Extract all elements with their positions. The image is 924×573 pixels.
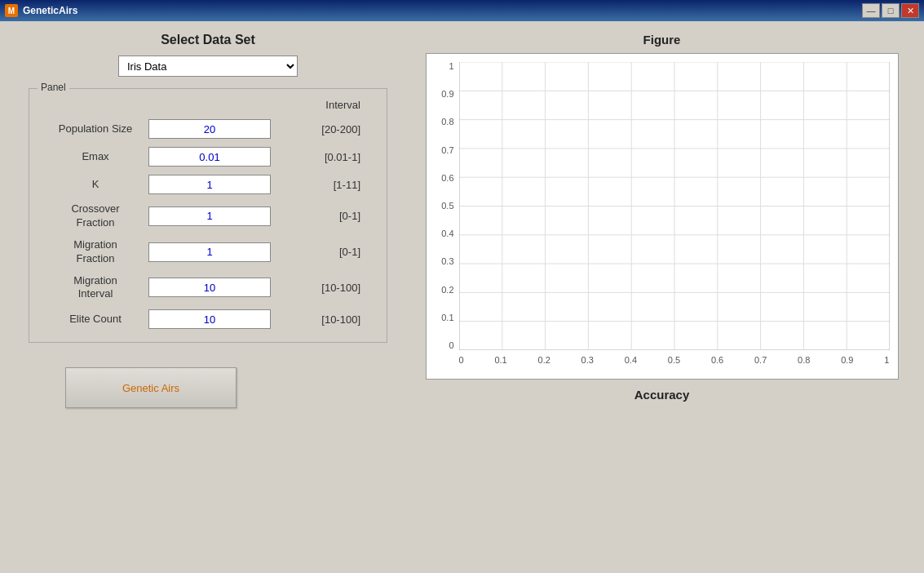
maximize-button[interactable]: □ <box>882 3 900 18</box>
param-label-migration-interval: MigrationInterval <box>42 274 148 302</box>
right-panel: Figure 1 0.9 0.8 0.7 0.6 0.5 0.4 0.3 0.2… <box>416 33 908 562</box>
chart-svg <box>459 62 890 350</box>
app-title: GeneticAirs <box>23 5 77 16</box>
main-content: Select Data Set Iris Data Panel Interval… <box>0 21 924 573</box>
y-axis: 1 0.9 0.8 0.7 0.6 0.5 0.4 0.3 0.2 0.1 0 <box>427 62 458 350</box>
param-input-migration-fraction[interactable] <box>148 242 271 262</box>
x-label-01: 0.1 <box>494 356 506 365</box>
param-input-emax[interactable] <box>148 147 271 167</box>
param-label-elite-count: Elite Count <box>42 313 148 326</box>
interval-header: Interval <box>279 99 360 111</box>
figure-title: Figure <box>643 33 681 47</box>
title-bar-left: M GeneticAirs <box>5 4 77 17</box>
chart-container: 1 0.9 0.8 0.7 0.6 0.5 0.4 0.3 0.2 0.1 0 <box>426 53 899 380</box>
param-interval-migration-fraction: [0-1] <box>279 246 360 258</box>
y-label-01: 0.1 <box>441 313 453 322</box>
x-label-0: 0 <box>459 356 464 365</box>
dropdown-container: Iris Data <box>118 56 298 77</box>
param-label-population-size: Population Size <box>42 122 148 136</box>
param-label-migration-fraction: MigrationFraction <box>42 238 148 266</box>
param-input-k[interactable] <box>148 175 271 194</box>
x-label-08: 0.8 <box>798 356 810 365</box>
top-section: Select Data Set Iris Data Panel Interval… <box>16 33 908 562</box>
x-axis: 0 0.1 0.2 0.3 0.4 0.5 0.6 0.7 0.8 0.9 1 <box>459 353 890 377</box>
param-interval-elite-count: [10-100] <box>279 313 360 326</box>
y-label-1: 1 <box>449 62 453 71</box>
x-label-03: 0.3 <box>581 356 594 365</box>
y-label-07: 0.7 <box>441 146 453 155</box>
x-label-1: 1 <box>884 356 889 365</box>
dataset-select[interactable]: Iris Data <box>118 56 298 77</box>
param-input-migration-interval[interactable] <box>148 278 271 297</box>
genetic-airs-button[interactable]: Genetic Airs <box>65 367 237 408</box>
app-icon: M <box>5 4 18 17</box>
param-input-elite-count[interactable] <box>148 309 271 329</box>
x-label-09: 0.9 <box>841 356 853 365</box>
y-label-03: 0.3 <box>441 257 453 266</box>
param-label-crossover-fraction: CrossoverFraction <box>42 202 148 230</box>
accuracy-label: Accuracy <box>634 388 690 402</box>
y-label-04: 0.4 <box>441 229 453 238</box>
x-label-06: 0.6 <box>711 356 723 365</box>
param-interval-population-size: [20-200] <box>279 123 360 135</box>
y-label-06: 0.6 <box>441 174 453 183</box>
param-interval-emax: [0.01-1] <box>279 151 360 163</box>
y-label-0: 0 <box>449 341 453 350</box>
param-label-emax: Emax <box>42 150 148 164</box>
x-label-02: 0.2 <box>538 356 550 365</box>
y-label-02: 0.2 <box>441 286 453 295</box>
panel-legend: Panel <box>38 82 69 93</box>
title-bar: M GeneticAirs — □ ✕ <box>0 0 924 21</box>
y-label-05: 0.5 <box>441 202 453 211</box>
left-panel: Select Data Set Iris Data Panel Interval… <box>16 33 400 562</box>
param-interval-crossover-fraction: [0-1] <box>279 210 360 222</box>
param-interval-migration-interval: [10-100] <box>279 282 360 294</box>
x-label-07: 0.7 <box>754 356 767 365</box>
x-label-05: 0.5 <box>668 356 680 365</box>
param-label-k: K <box>42 178 148 192</box>
y-label-08: 0.8 <box>441 118 453 127</box>
chart-area <box>459 62 890 350</box>
param-interval-k: [1-11] <box>279 179 360 191</box>
title-bar-buttons[interactable]: — □ ✕ <box>862 3 919 18</box>
select-dataset-title: Select Data Set <box>161 33 255 47</box>
x-label-04: 0.4 <box>625 356 637 365</box>
panel-grid: Interval Population Size [20-200] Emax [… <box>42 99 374 329</box>
close-button[interactable]: ✕ <box>901 3 919 18</box>
param-input-population-size[interactable] <box>148 119 271 139</box>
minimize-button[interactable]: — <box>862 3 880 18</box>
panel-group: Panel Interval Population Size [20-200] … <box>29 88 387 343</box>
y-label-09: 0.9 <box>441 90 453 99</box>
param-input-crossover-fraction[interactable] <box>148 207 271 226</box>
